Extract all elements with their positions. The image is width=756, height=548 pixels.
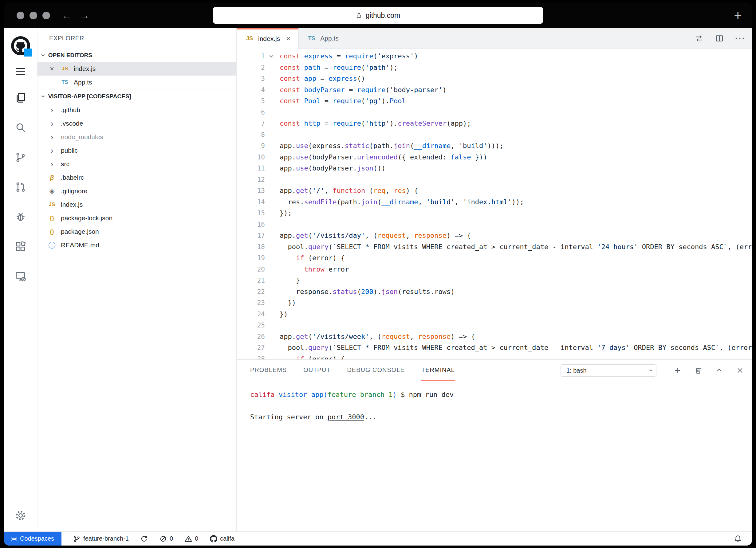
code-line: const bodyParser = require('body-parser'… [280, 85, 752, 96]
codespaces-label: Codespaces [20, 535, 54, 542]
close-window-button[interactable] [17, 12, 24, 19]
line-number: 6 [237, 107, 280, 118]
sync-button[interactable] [140, 535, 148, 542]
editor-tab[interactable]: TSApp.ts [299, 28, 347, 49]
notifications-bell-icon[interactable] [734, 535, 742, 543]
editor-tabs: JSindex.js×TSApp.ts [237, 28, 347, 49]
file-label: .vscode [61, 120, 83, 127]
panel-tab-terminal[interactable]: TERMINAL [421, 360, 455, 381]
close-editor-icon[interactable]: × [48, 65, 56, 73]
line-number: 20 [237, 264, 280, 275]
folder-item[interactable]: ›.vscode [37, 117, 236, 130]
folder-item[interactable]: ›src [37, 157, 236, 171]
activity-bar [4, 28, 37, 531]
codespaces-badge[interactable]: >< Codespaces [4, 532, 61, 546]
remote-icon: >< [11, 535, 16, 542]
back-button[interactable]: ← [62, 10, 72, 21]
panel-tab-debug-console[interactable]: DEBUG CONSOLE [347, 360, 404, 381]
open-editors-header[interactable]: › OPEN EDITORS [37, 48, 236, 62]
file-item[interactable]: {}package.json [37, 225, 236, 239]
split-editor-icon[interactable] [715, 34, 724, 43]
open-editor-item[interactable]: ×JSindex.js [37, 62, 236, 76]
port-link[interactable]: port 3000 [328, 413, 364, 421]
new-tab-button[interactable]: + [734, 9, 742, 22]
json-file-icon: {} [47, 228, 57, 235]
more-actions-icon[interactable]: ··· [735, 34, 746, 43]
terminal-content[interactable]: califa visitor-app(feature-branch-1) $ n… [237, 381, 752, 531]
code-line: app.get('/', function (req, res) { [280, 185, 752, 197]
menu-icon[interactable] [4, 65, 37, 77]
file-item[interactable]: JSindex.js [37, 198, 236, 211]
panel-actions: 1: bash › [561, 364, 744, 376]
javascript-file-icon: JS [245, 35, 254, 42]
terminal-output-line: Starting server on port 3000... [250, 412, 752, 423]
error-count: 0 [170, 535, 173, 542]
file-item[interactable]: ⓘREADME.md [37, 239, 236, 252]
editor-tab[interactable]: JSindex.js× [237, 28, 299, 49]
chevron-right-icon: › [47, 160, 57, 168]
file-item[interactable]: ◈.gitignore [37, 184, 236, 198]
line-number: 3 [237, 73, 280, 85]
address-bar[interactable]: github.com [213, 7, 543, 24]
github-avatar[interactable] [11, 36, 30, 55]
file-item[interactable]: {}package-lock.json [37, 211, 236, 225]
browser-chrome: ← → github.com + [4, 2, 752, 28]
line-number: 26 [237, 331, 280, 342]
panel-tab-problems[interactable]: PROBLEMS [250, 360, 287, 381]
open-editor-label: index.js [74, 65, 96, 73]
file-label: node_modules [61, 133, 103, 141]
explorer-sidebar: EXPLORER › OPEN EDITORS ×JSindex.jsTSApp… [37, 28, 237, 531]
chevron-right-icon: › [47, 147, 57, 155]
errors-indicator[interactable]: 0 [159, 535, 173, 542]
chevron-down-icon: › [40, 95, 48, 98]
project-header[interactable]: › VISITOR-APP [CODESPACES] [37, 89, 236, 103]
forward-button[interactable]: → [80, 10, 89, 21]
close-tab-icon[interactable]: × [286, 34, 290, 43]
github-account[interactable]: califa [210, 535, 234, 542]
line-number: 17 [237, 230, 280, 242]
compare-changes-icon[interactable] [695, 34, 704, 43]
terminal-shell-select[interactable]: 1: bash › [561, 364, 656, 376]
line-number: 18 [237, 242, 280, 253]
debug-icon[interactable] [4, 211, 37, 223]
file-item[interactable]: β.babelrc [37, 171, 236, 184]
remote-explorer-icon[interactable] [4, 270, 37, 282]
source-control-icon[interactable] [4, 151, 37, 164]
minimize-window-button[interactable] [30, 12, 37, 19]
extensions-icon[interactable] [4, 241, 37, 253]
git-file-icon: ◈ [47, 187, 57, 195]
search-icon[interactable] [4, 121, 37, 134]
code-line: ›const express = require('express') [280, 51, 752, 62]
folder-item[interactable]: ›node_modules [37, 130, 236, 144]
file-label: package-lock.json [61, 215, 112, 222]
warnings-indicator[interactable]: 0 [185, 535, 198, 542]
branch-indicator[interactable]: feature-branch-1 [73, 535, 129, 542]
status-bar: >< Codespaces feature-branch-1 0 0 calif… [4, 531, 752, 546]
maximize-panel-icon[interactable] [715, 366, 723, 375]
fold-chevron-icon[interactable]: › [268, 54, 276, 59]
open-editor-item[interactable]: TSApp.ts [37, 76, 236, 89]
readme-info-icon: ⓘ [47, 241, 57, 250]
settings-gear-icon[interactable] [4, 509, 37, 522]
account-name: califa [220, 535, 234, 542]
new-terminal-icon[interactable] [673, 366, 682, 375]
editor-tab-bar: JSindex.js×TSApp.ts ··· [237, 28, 752, 49]
folder-item[interactable]: ›public [37, 144, 236, 157]
close-panel-icon[interactable] [736, 366, 744, 375]
sidebar-title: EXPLORER [37, 28, 236, 48]
line-number: 9 [237, 140, 280, 152]
chevron-down-icon: › [40, 54, 48, 57]
chevron-down-icon: › [647, 369, 654, 371]
zoom-window-button[interactable] [42, 12, 50, 19]
kill-terminal-trash-icon[interactable] [694, 366, 703, 375]
file-label: .gitignore [61, 187, 87, 195]
code-editor[interactable]: 1234567891011121314151617181920212223242… [237, 49, 752, 359]
pull-request-icon[interactable] [4, 181, 37, 193]
project-label: VISITOR-APP [CODESPACES] [48, 93, 131, 100]
panel-tab-output[interactable]: OUTPUT [303, 360, 330, 381]
folder-item[interactable]: ›.github [37, 103, 236, 117]
branch-icon [73, 535, 81, 542]
javascript-file-icon: JS [60, 66, 70, 72]
explorer-icon[interactable] [4, 92, 37, 104]
code-line [280, 219, 752, 231]
